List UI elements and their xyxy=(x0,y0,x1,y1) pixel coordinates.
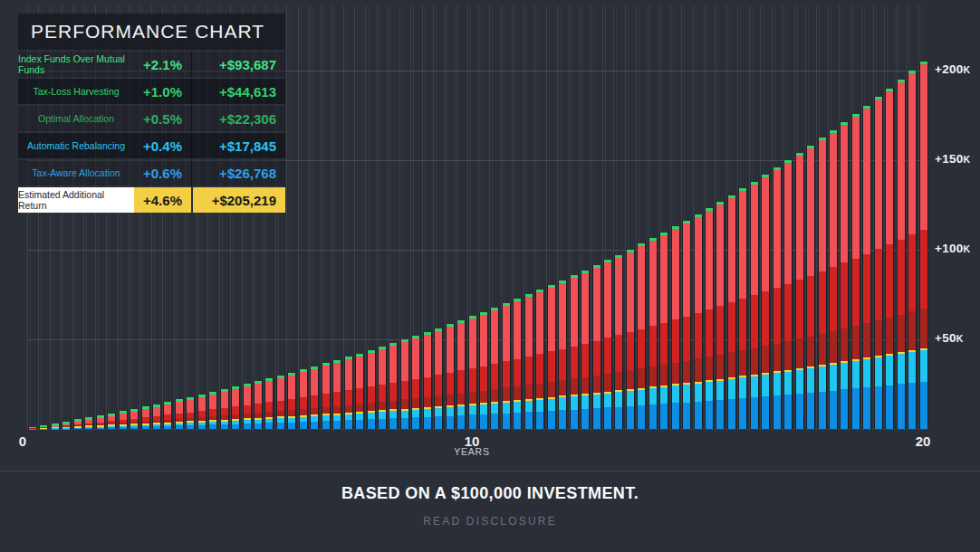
seg-tax-aware-allocation xyxy=(683,403,690,429)
read-disclosure-link[interactable]: READ DISCLOSURE xyxy=(0,515,980,528)
seg-tax-aware-allocation xyxy=(322,421,330,429)
seg-automatic-rebalancing xyxy=(796,370,803,394)
seg-optimal-allocation xyxy=(333,406,341,414)
seg-automatic-rebalancing xyxy=(469,405,476,414)
legend-row-automatic-rebalancing[interactable]: Automatic Rebalancing+0.4%+$17,845 xyxy=(18,133,285,158)
bar-q25 xyxy=(299,369,308,429)
seg-index-funds xyxy=(255,384,262,404)
seg-optimal-allocation xyxy=(356,404,363,412)
performance-legend-panel: PERFORMANCE CHART Index Funds Over Mutua… xyxy=(18,14,285,213)
seg-index-funds xyxy=(706,211,713,309)
seg-index-funds xyxy=(762,177,769,291)
seg-tax-aware-allocation xyxy=(875,386,882,429)
seg-automatic-rebalancing xyxy=(491,404,498,414)
seg-index-funds xyxy=(491,310,498,364)
seg-tax-loss-harvesting xyxy=(300,397,307,409)
bar-q5 xyxy=(73,419,82,429)
seg-index-funds xyxy=(480,315,487,366)
seg-index-funds xyxy=(311,369,318,395)
seg-automatic-rebalancing xyxy=(480,404,487,414)
seg-optimal-allocation xyxy=(898,315,905,352)
bar-q76 xyxy=(874,97,883,429)
seg-tax-aware-allocation xyxy=(85,428,92,429)
seg-tax-aware-allocation xyxy=(819,392,826,429)
seg-index-funds xyxy=(221,392,228,408)
seg-index-funds xyxy=(571,278,578,346)
seg-tax-loss-harvesting xyxy=(739,299,746,350)
seg-automatic-rebalancing xyxy=(604,394,611,408)
seg-tax-loss-harvesting xyxy=(232,406,239,414)
seg-automatic-rebalancing xyxy=(514,402,521,413)
bar-q43 xyxy=(502,303,511,429)
seg-automatic-rebalancing xyxy=(784,372,792,395)
y-tick-+200K: +200K xyxy=(935,62,971,76)
legend-row-estimated-additional-return[interactable]: Estimated Additional Return+4.6%+$205,21… xyxy=(18,187,285,213)
seg-tax-aware-allocation xyxy=(695,402,702,429)
seg-automatic-rebalancing xyxy=(447,407,454,416)
seg-automatic-rebalancing xyxy=(716,381,724,400)
seg-optimal-allocation xyxy=(447,395,454,405)
seg-tax-aware-allocation xyxy=(649,404,657,429)
seg-tax-aware-allocation xyxy=(773,395,781,429)
seg-tax-loss-harvesting xyxy=(615,335,622,372)
bar-q26 xyxy=(310,366,319,429)
seg-automatic-rebalancing xyxy=(762,375,769,396)
seg-tax-loss-harvesting xyxy=(695,313,702,358)
bar-q28 xyxy=(332,360,341,429)
seg-index-funds xyxy=(728,198,735,303)
seg-optimal-allocation xyxy=(830,331,837,363)
x-axis-baseline xyxy=(27,429,929,430)
bar-q63 xyxy=(727,195,736,429)
seg-tax-loss-harvesting xyxy=(784,284,792,341)
legend-row-tax-aware-allocation[interactable]: Tax-Aware Allocation+0.6%+$26,768 xyxy=(18,160,285,186)
seg-automatic-rebalancing xyxy=(706,382,713,401)
seg-tax-aware-allocation xyxy=(333,421,341,429)
seg-optimal-allocation xyxy=(311,408,318,414)
seg-tax-aware-allocation xyxy=(389,418,397,429)
bar-q7 xyxy=(96,415,105,429)
seg-tax-loss-harvesting xyxy=(672,319,679,363)
legend-row-tax-loss-harvesting[interactable]: Tax-Loss Harvesting+1.0%+$44,613 xyxy=(18,79,285,104)
seg-tax-loss-harvesting xyxy=(198,411,206,417)
seg-index-funds xyxy=(695,217,702,313)
seg-index-funds xyxy=(435,331,442,376)
seg-tax-loss-harvesting xyxy=(368,386,375,403)
seg-tax-loss-harvesting xyxy=(277,401,284,412)
seg-index-funds xyxy=(401,342,408,381)
bar-q77 xyxy=(885,89,894,429)
legend-row-optimal-allocation[interactable]: Optimal Allocation+0.5%+$22,306 xyxy=(18,106,285,131)
bar-q48 xyxy=(558,281,567,429)
y-tick-+150K: +150K xyxy=(935,152,971,166)
bar-q55 xyxy=(637,243,646,429)
legend-row-index-funds-over-mutual-funds[interactable]: Index Funds Over Mutual Funds+2.1%+$93,6… xyxy=(18,52,285,77)
bar-q46 xyxy=(535,290,544,429)
seg-index-funds xyxy=(672,229,679,319)
seg-tax-loss-harvesting xyxy=(265,402,273,412)
bar-q32 xyxy=(378,347,387,429)
seg-optimal-allocation xyxy=(604,374,611,392)
seg-index-funds xyxy=(604,262,611,338)
x-tick-0: 0 xyxy=(19,433,26,449)
seg-index-funds xyxy=(751,185,758,295)
bar-q78 xyxy=(897,80,906,429)
seg-index-funds xyxy=(356,357,363,389)
seg-tax-loss-harvesting xyxy=(886,244,893,318)
seg-index-funds xyxy=(209,395,216,409)
seg-automatic-rebalancing xyxy=(627,391,634,406)
seg-index-funds xyxy=(638,246,645,328)
seg-automatic-rebalancing xyxy=(593,395,600,408)
seg-index-funds xyxy=(649,241,657,326)
seg-index-funds xyxy=(852,117,860,259)
bar-q9 xyxy=(119,411,128,429)
bar-q2 xyxy=(39,425,48,429)
seg-index-funds xyxy=(412,338,419,379)
seg-tax-aware-allocation xyxy=(739,398,746,429)
seg-optimal-allocation xyxy=(660,365,668,385)
seg-optimal-allocation xyxy=(773,344,781,372)
bar-q40 xyxy=(468,316,477,429)
seg-automatic-rebalancing xyxy=(457,406,465,415)
legend-label: Tax-Aware Allocation xyxy=(18,160,134,186)
seg-index-funds xyxy=(198,397,206,411)
seg-optimal-allocation xyxy=(536,384,543,398)
seg-index-funds xyxy=(232,389,239,406)
